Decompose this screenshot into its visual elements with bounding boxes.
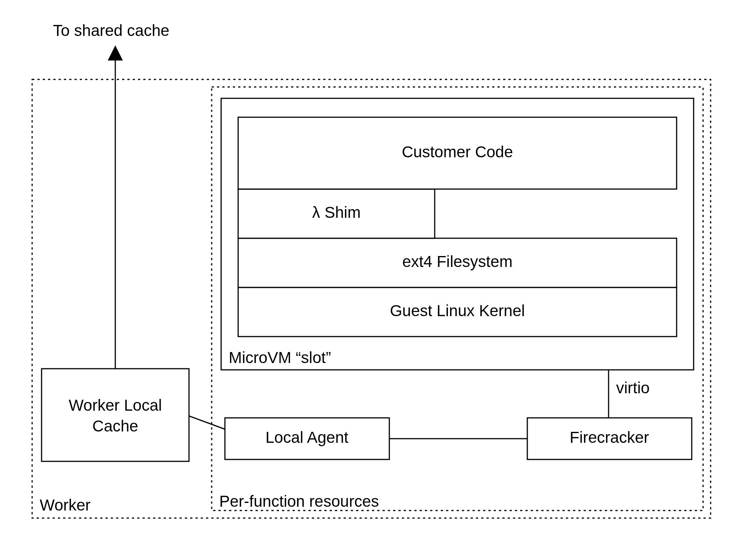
ext4-filesystem-label: ext4 Filesystem — [402, 253, 513, 270]
microvm-slot-label: MicroVM “slot” — [229, 349, 331, 366]
cache-localagent-connector — [189, 416, 225, 429]
customer-code-label: Customer Code — [402, 143, 513, 161]
to-shared-cache-label: To shared cache — [53, 22, 169, 39]
architecture-diagram: Worker Per-function resources MicroVM “s… — [0, 0, 756, 554]
guest-linux-kernel-label: Guest Linux Kernel — [390, 302, 525, 320]
worker-label: Worker — [40, 496, 91, 514]
virtio-label: virtio — [616, 379, 650, 397]
per-function-label: Per-function resources — [219, 492, 379, 510]
lambda-shim-label: λ Shim — [312, 203, 361, 221]
worker-local-cache-label-l2: Cache — [92, 417, 138, 435]
worker-local-cache-label-l1: Worker Local — [69, 396, 162, 414]
firecracker-label: Firecracker — [570, 428, 649, 446]
local-agent-label: Local Agent — [265, 428, 349, 446]
worker-local-cache-box — [42, 369, 189, 461]
cache-arrow-head — [108, 45, 123, 61]
